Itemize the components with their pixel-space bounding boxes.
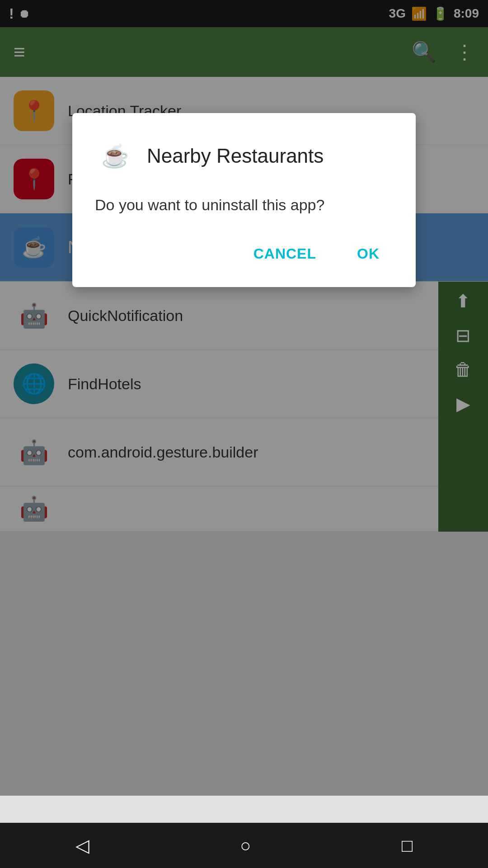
dialog-overlay: ☕ Nearby Restaurants Do you want to unin… xyxy=(0,0,488,796)
uninstall-dialog: ☕ Nearby Restaurants Do you want to unin… xyxy=(72,113,416,287)
ok-button[interactable]: OK xyxy=(343,239,393,269)
dialog-title: Nearby Restaurants xyxy=(147,145,324,167)
home-icon[interactable]: ○ xyxy=(240,835,251,856)
dialog-message: Do you want to uninstall this app? xyxy=(95,194,393,216)
cancel-button[interactable]: CANCEL xyxy=(240,239,330,269)
dialog-buttons: CANCEL OK xyxy=(95,239,393,269)
back-icon[interactable]: ◁ xyxy=(75,835,89,856)
app-screen: ! ⏺ 3G 📶 🔋 8:09 ≡ 🔍 ⋮ 📍 Location Tracker… xyxy=(0,0,488,796)
dialog-header: ☕ Nearby Restaurants xyxy=(95,136,393,176)
dialog-app-icon: ☕ xyxy=(95,136,136,176)
nav-bar: ◁ ○ □ xyxy=(0,823,488,868)
recents-icon[interactable]: □ xyxy=(402,835,413,856)
